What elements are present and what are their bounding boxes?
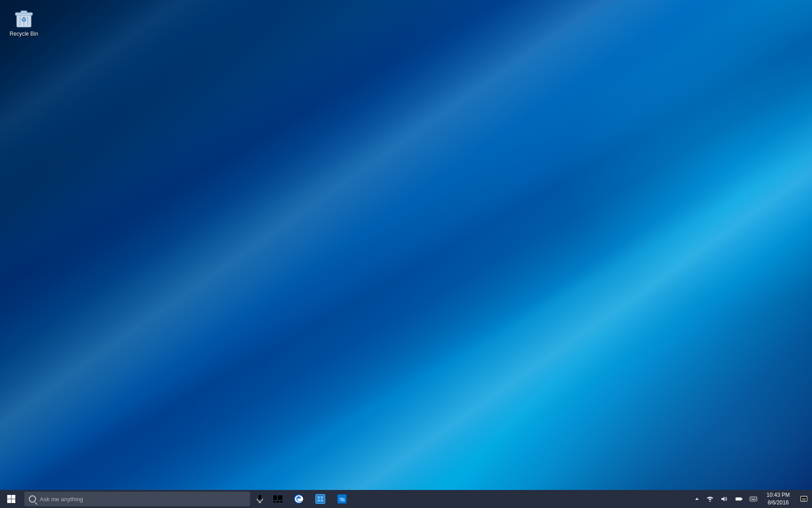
clock-time: 10:43 PM <box>766 491 789 499</box>
taskbar-app-edge[interactable] <box>288 490 309 508</box>
svg-rect-7 <box>7 495 11 499</box>
svg-rect-0 <box>17 14 31 27</box>
task-view-icon <box>273 495 282 503</box>
task-view-button[interactable] <box>268 490 288 508</box>
taskbar-app-store[interactable]: 🛍 <box>331 490 353 508</box>
svg-rect-24 <box>321 496 323 499</box>
svg-text:🛍: 🛍 <box>339 496 345 503</box>
action-center-icon <box>800 496 807 502</box>
svg-text:♻: ♻ <box>21 16 27 23</box>
volume-icon <box>721 496 728 502</box>
svg-rect-34 <box>736 498 740 500</box>
svg-rect-9 <box>7 499 11 503</box>
svg-rect-17 <box>277 501 279 503</box>
cortana-icon <box>29 495 36 503</box>
svg-rect-15 <box>278 495 282 500</box>
edge-icon <box>294 494 304 504</box>
store-icon: 🛍 <box>337 494 347 504</box>
svg-rect-8 <box>12 495 16 499</box>
action-center-button[interactable] <box>796 490 812 508</box>
svg-line-3 <box>20 16 20 25</box>
volume-tray-icon[interactable] <box>717 490 732 508</box>
wallpaper-glow-bottom <box>406 245 812 490</box>
svg-rect-33 <box>741 499 742 500</box>
search-placeholder-text: Ask me anything <box>40 496 83 503</box>
microphone-icon <box>257 495 263 503</box>
svg-rect-14 <box>273 495 277 500</box>
svg-rect-2 <box>21 11 27 13</box>
power-tray-icon[interactable] <box>732 490 746 508</box>
wallpaper-glow-right <box>325 0 812 490</box>
recycle-bin-svg: ♻ <box>12 5 36 29</box>
svg-rect-41 <box>752 499 755 500</box>
svg-rect-35 <box>750 497 757 501</box>
recycle-bin-label: Recycle Bin <box>9 31 38 38</box>
svg-rect-37 <box>752 498 753 499</box>
windows-logo-icon <box>7 495 15 503</box>
search-bar[interactable]: Ask me anything <box>24 492 250 506</box>
cortana-mic-button[interactable] <box>252 490 268 508</box>
svg-marker-29 <box>695 498 699 500</box>
clock-date: 8/6/2016 <box>768 499 789 507</box>
svg-rect-11 <box>258 495 261 499</box>
svg-rect-36 <box>751 498 752 499</box>
svg-rect-42 <box>755 499 756 500</box>
taskbar-app-frame[interactable] <box>309 490 331 508</box>
svg-line-5 <box>28 16 28 25</box>
tray-chevron-button[interactable] <box>691 490 703 508</box>
svg-rect-25 <box>318 499 320 502</box>
svg-rect-38 <box>754 498 755 499</box>
system-tray: 10:43 PM 8/6/2016 <box>691 490 812 508</box>
frame-icon <box>315 494 325 504</box>
svg-rect-26 <box>321 499 323 502</box>
keyboard-icon <box>749 496 757 502</box>
svg-rect-16 <box>273 501 276 503</box>
taskbar: Ask me anything <box>0 490 812 508</box>
svg-point-30 <box>710 501 711 502</box>
desktop: ♻ Recycle Bin <box>0 0 812 490</box>
recycle-bin-icon[interactable]: ♻ Recycle Bin <box>4 4 44 40</box>
start-button[interactable] <box>0 490 23 508</box>
network-icon <box>706 496 714 502</box>
wallpaper-overlay <box>0 0 812 490</box>
svg-rect-10 <box>12 499 16 503</box>
chevron-up-icon <box>695 497 699 501</box>
keyboard-tray-icon[interactable] <box>746 490 761 508</box>
power-icon <box>735 496 743 502</box>
svg-rect-23 <box>318 496 320 499</box>
svg-rect-1 <box>15 13 32 15</box>
svg-rect-40 <box>751 499 752 500</box>
clock[interactable]: 10:43 PM 8/6/2016 <box>761 490 796 508</box>
svg-marker-31 <box>721 497 724 501</box>
svg-rect-18 <box>280 501 282 503</box>
network-tray-icon[interactable] <box>703 490 717 508</box>
svg-rect-39 <box>756 498 757 499</box>
